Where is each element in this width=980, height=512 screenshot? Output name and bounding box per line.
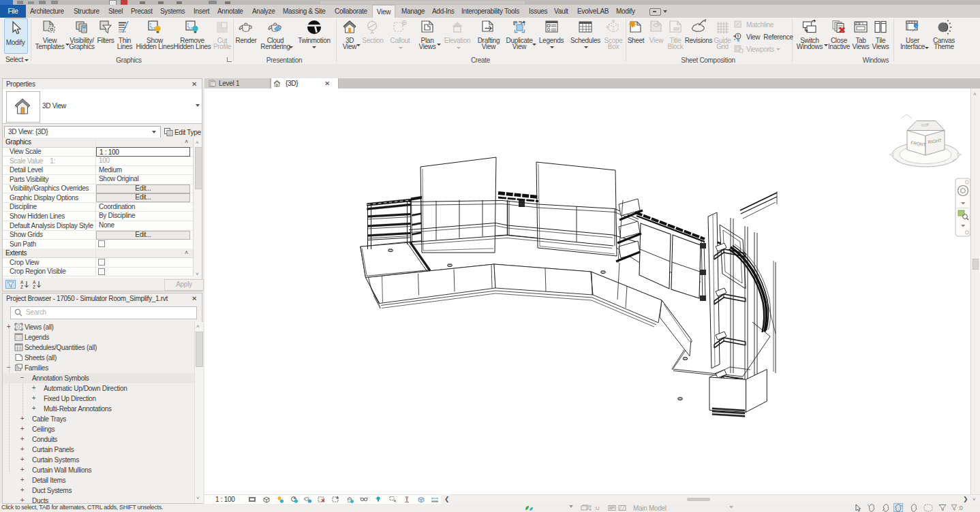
- svg-text::0: :0: [958, 505, 963, 511]
- svg-text:Z: Z: [20, 285, 23, 289]
- svg-text:A: A: [20, 280, 24, 285]
- svg-text:A: A: [33, 280, 36, 285]
- svg-text:Z: Z: [33, 285, 35, 289]
- svg-text::U: :U: [594, 505, 600, 511]
